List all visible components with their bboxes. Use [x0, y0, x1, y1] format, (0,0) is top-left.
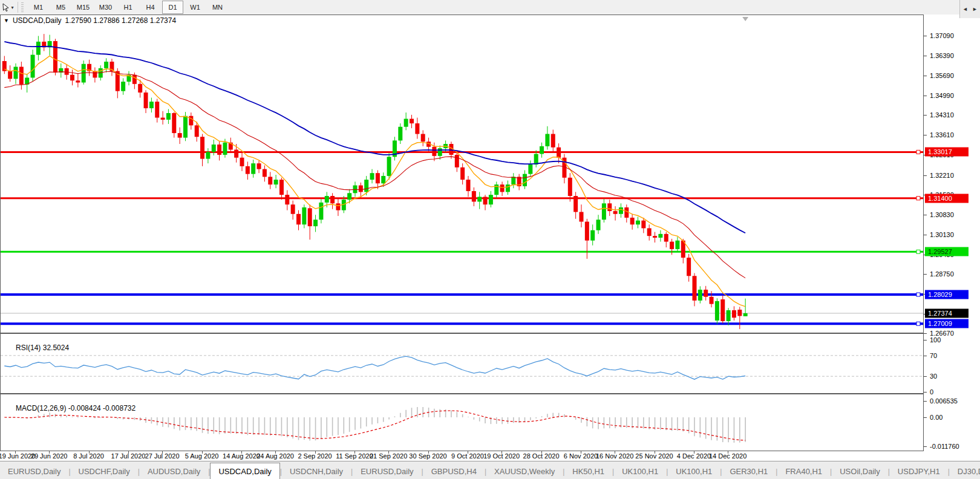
- axis-tick-mark: [924, 417, 927, 418]
- axis-tick-mark: [924, 446, 927, 447]
- price-axis-label: 1.28750: [930, 270, 954, 278]
- tab-scroll-right-icon[interactable]: ►: [972, 6, 978, 12]
- rsi-axis-label: 30: [930, 373, 937, 380]
- axis-tick-mark: [924, 333, 927, 334]
- price-axis-label: 1.34990: [930, 92, 954, 99]
- timeframe-button-m5[interactable]: M5: [50, 1, 71, 14]
- date-label: 24 Aug 2020: [256, 452, 294, 460]
- timeframe-button-m30[interactable]: M30: [95, 1, 116, 14]
- price-tag-1.29527: 1.29527: [925, 247, 969, 256]
- price-axis-label: 1.33610: [930, 131, 954, 138]
- axis-tick-mark: [924, 235, 927, 235]
- axis-tick-mark: [924, 392, 927, 393]
- price-axis-label: 1.32210: [930, 172, 954, 179]
- tab-scroll-left-icon[interactable]: ◄: [962, 6, 968, 12]
- chart-tab-ger30-h1[interactable]: GER30,H1: [722, 464, 776, 479]
- timeframe-toolbar: ▾ M1M5M15M30H1H4D1W1MN: [0, 0, 980, 15]
- timeframe-button-w1[interactable]: W1: [185, 1, 206, 14]
- axis-tick-mark: [924, 356, 927, 356]
- date-label: 29 Jun 2020: [31, 452, 68, 460]
- chart-symbol-period: USDCAD,Daily: [13, 16, 62, 25]
- price-axis: 1.370901.363901.356901.349901.343101.336…: [924, 15, 980, 451]
- rsi-axis-label: 70: [930, 352, 937, 359]
- macd-label: MACD(12,26,9) -0.008424 -0.008732: [4, 396, 136, 421]
- chart-tab-usdcad-daily[interactable]: USDCAD,Daily: [210, 463, 279, 479]
- axis-tick-mark: [924, 115, 927, 116]
- date-label: 4 Dec 2020: [677, 452, 711, 460]
- axis-tick-mark: [924, 56, 927, 56]
- cursor-tool-icon[interactable]: ▾: [0, 1, 16, 14]
- axis-tick-mark: [924, 401, 927, 402]
- shift-marker-icon: [742, 17, 748, 21]
- timeframe-button-m1[interactable]: M1: [28, 1, 49, 14]
- chart-tab-dj30-daily[interactable]: DJ30,Daily: [950, 464, 980, 479]
- macd-canvas: [1, 394, 923, 451]
- date-label: 6 Nov 2020: [564, 452, 598, 460]
- chart-tab-xauusd-weekly[interactable]: XAUUSD,Weekly: [486, 464, 563, 479]
- candlestick-canvas[interactable]: [1, 15, 923, 333]
- price-axis-label: 1.36390: [930, 52, 954, 59]
- rsi-axis-label: 100: [930, 336, 941, 344]
- timeframe-button-mn[interactable]: MN: [207, 1, 228, 14]
- price-tag-1.31400: 1.31400: [925, 194, 969, 203]
- chart-tab-usdcnh-daily[interactable]: USDCNH,Daily: [282, 464, 351, 479]
- rsi-canvas: [1, 334, 923, 393]
- chart-tab-audusd-daily[interactable]: AUDUSD,Daily: [140, 464, 208, 479]
- cursor-arrow-icon: [2, 3, 10, 11]
- price-axis-label: 1.34310: [930, 111, 954, 119]
- chart-dropdown-icon: ▼: [4, 18, 9, 24]
- price-axis-label: 1.30830: [930, 211, 954, 218]
- axis-tick-mark: [924, 376, 927, 377]
- price-chart-pane[interactable]: ▼ USDCAD,Daily 1.27590 1.27886 1.27268 1…: [0, 15, 924, 333]
- chart-tab-eurusd-daily[interactable]: EURUSD,Daily: [0, 464, 68, 479]
- chart-tab-usdchf-daily[interactable]: USDCHF,Daily: [71, 464, 138, 479]
- date-label: 11 Sep 2020: [336, 452, 373, 460]
- timeframe-button-h1[interactable]: H1: [117, 1, 139, 14]
- timeframe-button-h4[interactable]: H4: [140, 1, 161, 14]
- price-tag-1.27009: 1.27009: [925, 319, 969, 328]
- chart-tab-eurusd-daily[interactable]: EURUSD,Daily: [353, 464, 421, 479]
- price-axis-label: 1.30130: [930, 231, 954, 238]
- axis-tick-mark: [924, 340, 927, 341]
- cursor-dropdown-icon[interactable]: ▾: [11, 5, 13, 10]
- timeframe-button-d1[interactable]: D1: [162, 1, 183, 14]
- axis-tick-mark: [924, 215, 927, 215]
- macd-axis-label: -0.011760: [930, 443, 959, 450]
- date-label: 5 Aug 2020: [185, 452, 219, 460]
- macd-axis-label: 0.006535: [930, 397, 958, 405]
- macd-indicator-pane[interactable]: MACD(12,26,9) -0.008424 -0.008732: [0, 394, 924, 451]
- chart-tab-gbpusd-h4[interactable]: GBPUSD,H4: [423, 464, 485, 479]
- date-label: 17 Jul 2020: [111, 452, 146, 460]
- chart-tab-hk50-h1[interactable]: HK50,H1: [564, 464, 612, 479]
- date-label: 28 Oct 2020: [523, 452, 560, 460]
- date-label: 14 Aug 2020: [223, 452, 260, 460]
- date-label: 9 Oct 2020: [451, 452, 484, 460]
- toolbar-grip[interactable]: [21, 2, 24, 12]
- rsi-indicator-pane[interactable]: RSI(14) 32.5024: [0, 333, 924, 394]
- macd-axis-label: 0.00: [930, 414, 942, 421]
- date-label: 25 Nov 2020: [635, 452, 673, 460]
- price-tag-1.33017: 1.33017: [925, 148, 969, 157]
- axis-tick-mark: [924, 135, 927, 135]
- chart-tab-uk100-h1[interactable]: UK100,H1: [668, 464, 720, 479]
- timeframe-button-m15[interactable]: M15: [73, 1, 94, 14]
- axis-tick-mark: [924, 274, 927, 275]
- price-axis-label: 1.37090: [930, 32, 954, 39]
- chart-tab-bar: EURUSD,Daily|USDCHF,Daily|AUDUSD,Daily|U…: [0, 461, 980, 479]
- date-label: 2 Sep 2020: [298, 452, 332, 460]
- chart-tab-usoil-daily[interactable]: USOil,Daily: [832, 464, 887, 479]
- chart-ohlc-values: 1.27590 1.27886 1.27268 1.27374: [65, 16, 177, 25]
- date-label: 27 Jul 2020: [145, 452, 180, 460]
- date-axis: 19 Jun 202029 Jun 20208 Jul 202017 Jul 2…: [0, 451, 924, 461]
- date-label: 19 Jun 2020: [0, 452, 35, 460]
- date-label: 21 Sep 2020: [370, 452, 407, 460]
- price-tag-1.27374: 1.27374: [925, 308, 969, 318]
- axis-tick-mark: [924, 96, 927, 96]
- date-label: 30 Sep 2020: [409, 452, 446, 460]
- chart-tab-uk100-h1[interactable]: UK100,H1: [614, 464, 666, 479]
- axis-tick-mark: [924, 36, 927, 36]
- chart-tab-usdjpy-h1[interactable]: USDJPY,H1: [890, 464, 948, 479]
- timeframe-buttons: M1M5M15M30H1H4D1W1MN: [27, 1, 229, 14]
- tab-scroll-buttons: ◄ ►: [959, 0, 980, 18]
- chart-tab-fra40-h1[interactable]: FRA40,H1: [777, 464, 830, 479]
